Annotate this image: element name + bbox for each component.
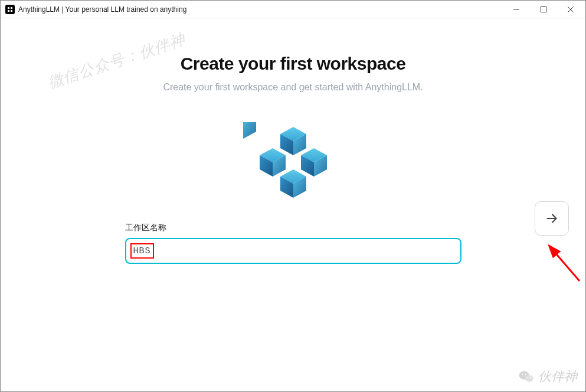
next-button[interactable] <box>535 201 569 236</box>
page-title: Create your first workspace <box>1 54 585 74</box>
svg-rect-5 <box>541 6 546 12</box>
app-icon <box>5 5 15 14</box>
svg-rect-1 <box>11 7 12 9</box>
watermark-bottom-text: 伙伴神 <box>538 368 577 386</box>
window-controls <box>503 1 584 18</box>
svg-marker-10 <box>243 122 256 139</box>
window-title: AnythingLLM | Your personal LLM trained … <box>18 5 186 14</box>
titlebar: AnythingLLM | Your personal LLM trained … <box>1 1 585 18</box>
wechat-icon <box>518 368 535 385</box>
svg-marker-11 <box>289 156 297 164</box>
svg-point-14 <box>519 371 529 380</box>
titlebar-left: AnythingLLM | Your personal LLM trained … <box>5 5 186 14</box>
svg-rect-2 <box>8 10 9 12</box>
svg-line-13 <box>550 247 580 281</box>
minimize-button[interactable] <box>503 1 530 18</box>
svg-point-16 <box>522 374 523 375</box>
page-subtitle: Create your first workspace and get star… <box>1 82 585 93</box>
svg-rect-3 <box>11 10 12 12</box>
workspace-form: 工作区名称 <box>125 223 461 264</box>
arrow-right-icon <box>544 211 559 226</box>
svg-point-17 <box>525 374 526 375</box>
cubes-logo-icon <box>243 116 343 217</box>
arrow-annotation-icon <box>532 240 585 287</box>
content-area: 微信公众号：伙伴神 Create your first workspace Cr… <box>1 18 585 391</box>
workspace-name-label: 工作区名称 <box>125 223 461 233</box>
svg-point-18 <box>527 377 528 378</box>
svg-point-15 <box>525 375 533 382</box>
close-button[interactable] <box>557 1 584 18</box>
maximize-button[interactable] <box>530 1 557 18</box>
watermark-bottom: 伙伴神 <box>518 368 577 386</box>
workspace-name-input[interactable] <box>125 238 461 264</box>
svg-rect-0 <box>8 7 9 9</box>
svg-point-19 <box>530 377 531 378</box>
